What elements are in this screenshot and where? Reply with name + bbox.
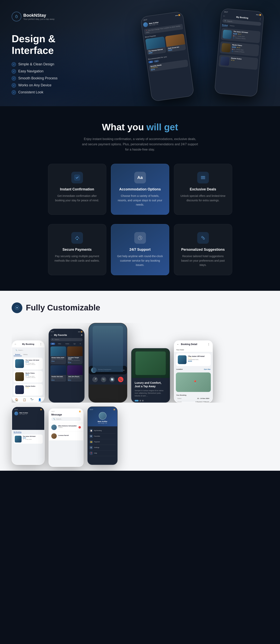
fav-name-4: Jade Gem Resort <box>68 376 82 377</box>
luxury-img <box>132 348 170 378</box>
fav-tab-villas[interactable]: Villas <box>56 343 63 345</box>
tab-booked[interactable]: Booked <box>222 24 228 27</box>
signal-right: ●●● 📶 <box>256 14 261 16</box>
pp-header: 19:27 📶 Matr Kohler San Diego, CA <box>88 407 117 426</box>
fav-tab-all[interactable]: All <box>50 343 55 345</box>
person-bg <box>93 326 123 372</box>
fav-price-2: $156 <box>68 362 82 363</box>
fav-tab-n[interactable]: N <box>78 343 82 345</box>
pp-item-3[interactable]: 💳 Payment <box>89 439 116 445</box>
msg-item-1[interactable]: Miss Dolores Schowalter TradeJ... ... 1 <box>49 423 83 432</box>
nav-booking-icon[interactable]: 📋 <box>23 398 26 401</box>
dot-1 <box>135 400 139 402</box>
pp-icon-payment: 💳 <box>89 440 93 444</box>
svg-point-3 <box>202 236 203 238</box>
fav-filter[interactable]: ⚙ <box>81 334 83 336</box>
msg-search[interactable]: 🔍 Search... <box>51 417 81 421</box>
feature-desc-suggestions: Receive tailored hotel suggestions based… <box>180 254 226 267</box>
end-call-btn[interactable]: 📞 <box>118 377 123 382</box>
svg-rect-0 <box>74 174 80 181</box>
check-icon-3: ✓ <box>12 76 16 80</box>
bd-menu-btn[interactable]: ⋮ <box>207 343 210 346</box>
blp-hotel-price-2: $230 <box>25 374 35 376</box>
pp-body: 📋 My Booking ❤ Favorites 💳 Payment ⚙ Set… <box>88 426 117 458</box>
blp-hotel-info-2: Mystic Palms $230 20 - 25 Nov 2024 1 Gue… <box>25 372 35 381</box>
favorite-phone: 19:27 ●●● 📶 ← My Favorite ⚙ 🔍 Search... … <box>48 329 84 402</box>
pp-item-5[interactable]: ❓ Help <box>89 450 116 456</box>
pp-label-3: Payment <box>94 441 100 443</box>
check-icon-1: ✓ <box>12 62 16 66</box>
tab-booked-blp[interactable]: Booked <box>13 353 22 356</box>
booking-card-1: The Aston Vill Hotel $120 ★ 4.7 📅 12 - 1… <box>221 28 261 43</box>
blp-hotel-guests-2: 1 Guests (1 Room) <box>25 377 35 378</box>
dot-2 <box>140 400 141 402</box>
bp2-hotel-price: $120 <box>23 437 35 439</box>
bd-open-map[interactable]: Open Map <box>204 368 211 370</box>
fav-title: My Favorite <box>54 334 67 336</box>
fav-img-1 <box>50 346 66 356</box>
fav-body-2: Cerulean Temple Hotel CheckSet, DroneNon… <box>67 356 83 364</box>
bp2-tab-booking[interactable]: My Booking <box>13 432 21 433</box>
fav-search[interactable]: 🔍 Search... <box>50 338 83 341</box>
nav-home-icon[interactable]: 🏠 <box>15 398 18 401</box>
camera-flip-btn[interactable]: 🔄 <box>109 377 115 382</box>
caller-inner: Richar Kandowen Tour guide, sweden 07:23… <box>89 323 127 402</box>
fav-back[interactable]: ← <box>50 334 53 336</box>
features-title-accent: will get <box>147 122 178 132</box>
tab-history-blp[interactable]: History <box>22 353 29 356</box>
fav-signal: ●●● 📶 <box>78 331 83 332</box>
blp-search[interactable]: 🔍 Search... <box>13 348 43 352</box>
fav-loc-1: CheckSet, DroneNone, NY <box>51 358 65 360</box>
bd-back-btn[interactable]: ← <box>177 343 179 346</box>
nav-explore-icon[interactable]: 🔭 <box>30 398 34 401</box>
msg-avatar-2 <box>51 433 57 439</box>
fav-img-3 <box>50 365 66 375</box>
feature-label-3: Smooth Booking Process <box>18 76 57 80</box>
video-btn[interactable]: 📷 <box>101 377 106 382</box>
tag-apt[interactable]: Apt <box>154 60 159 63</box>
feature-card-deals: Exclusive Deals Unlock special offers an… <box>174 164 232 215</box>
blp-hotel-info-3: Elysian Suites ★ 3.8 <box>25 385 35 394</box>
features-title: What you will get <box>12 122 268 132</box>
accommodation-icon-text: Aa <box>137 175 143 180</box>
mute-btn[interactable]: 🎤 <box>92 377 98 382</box>
phone-left-screen: 19:27 ●●● 📶 Matr Kohler San Diego, CA 📍 … <box>141 12 194 101</box>
fav-price-1: $248 <box>51 360 65 362</box>
fav-search-icon: 🔍 <box>52 339 54 340</box>
fav-tab-apt[interactable]: Apt <box>72 343 77 345</box>
tag-all[interactable]: All <box>148 61 153 64</box>
blp-hotel-stars-3: ★ 3.8 <box>25 387 35 388</box>
bd-map: 📍 <box>176 372 211 392</box>
blp-hotel-img-1 <box>15 359 24 368</box>
fav-body-1: Elinate Galian Hotel CheckSet, DroneNone… <box>50 356 66 363</box>
msg-item-2[interactable]: Lorena Farrell ... <box>49 432 83 440</box>
bp2-tabs: My Booking <box>13 432 43 433</box>
bd-header: ← Booking Detail ⋮ <box>174 341 212 348</box>
blp-menu-btn[interactable]: ⋮ <box>40 343 42 346</box>
msg-title: Message <box>51 413 81 416</box>
tab-history[interactable]: History <box>230 25 235 28</box>
screenshots-container: ← My Booking ⋮ 🔍 Search... Booked Histor… <box>12 323 268 402</box>
feature-item-2: ✓ Easy Navigation <box>12 69 57 74</box>
nav-profile-icon[interactable]: 👤 <box>38 398 41 401</box>
feature-title-support: 24/7 Support <box>117 248 163 252</box>
logo-icon <box>12 12 21 22</box>
back-btn-right[interactable]: ← <box>223 14 226 18</box>
fav-tab-hotels[interactable]: Hotels <box>64 343 71 345</box>
call-controls: 🎤 📷 🔄 📞 <box>89 374 127 384</box>
booking-detail-card: ← Booking Detail ⋮ Your Hotel The Aston … <box>174 340 213 402</box>
msg-name-2: Lorena Farrell <box>58 434 81 436</box>
search-icon-right: 🔍 <box>225 20 227 22</box>
menu-btn-right[interactable]: ⋮ <box>259 17 262 20</box>
map-pin-icon: 📍 <box>193 380 197 384</box>
msg-search-placeholder: Search... <box>56 418 62 420</box>
blp-hotel-guests-1: 2 Guests (1 Room) <box>25 364 39 365</box>
blp-back-btn[interactable]: ← <box>14 343 17 346</box>
bd-title: Booking Detail <box>181 343 206 346</box>
pp-item-1[interactable]: 📋 My Booking <box>89 428 116 434</box>
pp-item-4[interactable]: ⚙ Settings <box>89 445 116 450</box>
fav-grid: Elinate Galian Hotel CheckSet, DroneNone… <box>50 346 83 382</box>
pp-item-2[interactable]: ❤ Favorites <box>89 434 116 439</box>
bottom-nav: 🏠 📋 🔭 👤 <box>12 397 44 402</box>
bp2-statusbar: 19:27 📶 <box>14 409 42 410</box>
